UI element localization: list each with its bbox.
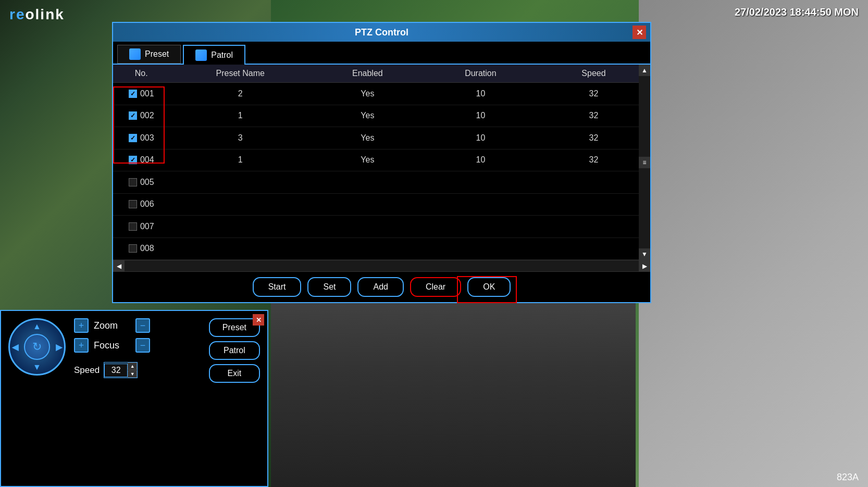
joystick-center[interactable]: ↻ xyxy=(24,334,50,360)
tab-patrol-label: Patrol xyxy=(211,51,233,60)
start-button[interactable]: Start xyxy=(253,277,302,297)
tab-preset-label: Preset xyxy=(145,49,169,59)
col-header-enabled: Enabled xyxy=(311,65,424,83)
row-no-cell: ✓002 xyxy=(113,105,170,127)
row-checkbox-checked[interactable]: ✓ xyxy=(129,156,137,164)
row-checkbox-checked[interactable]: ✓ xyxy=(129,111,137,120)
col-header-no: No. xyxy=(113,65,170,83)
scroll-middle-button[interactable]: ≡ xyxy=(639,157,650,168)
focus-label: Focus xyxy=(94,340,130,351)
scroll-down-button[interactable]: ▼ xyxy=(639,248,650,260)
row-duration: 10 xyxy=(424,127,537,149)
row-enabled xyxy=(311,216,424,238)
row-duration: 10 xyxy=(424,105,537,127)
patrol-tab-icon xyxy=(195,49,207,61)
ptz-widget-close-button[interactable]: ✕ xyxy=(253,314,264,326)
h-scroll-track xyxy=(125,260,639,272)
row-enabled: Yes xyxy=(311,83,424,105)
add-button[interactable]: Add xyxy=(357,277,403,297)
row-checkbox-checked[interactable]: ✓ xyxy=(129,90,137,98)
row-speed xyxy=(537,193,650,216)
row-no-cell: ✓001 xyxy=(113,83,170,105)
osd-channel: 823A xyxy=(837,472,859,483)
exit-button[interactable]: Exit xyxy=(209,364,260,383)
ptz-dialog: PTZ Control ✕ Preset Patrol No. Preset N… xyxy=(112,22,651,303)
row-number: 007 xyxy=(140,222,154,231)
zoom-minus-button[interactable]: − xyxy=(135,318,150,333)
row-duration xyxy=(424,193,537,216)
row-duration: 10 xyxy=(424,149,537,171)
table-row[interactable]: ✓0033Yes1032 xyxy=(113,127,650,149)
row-speed: 32 xyxy=(537,149,650,171)
row-duration: 10 xyxy=(424,83,537,105)
row-preset-name xyxy=(170,171,311,194)
brand-logo: reolink xyxy=(9,6,65,23)
row-speed: 32 xyxy=(537,105,650,127)
speed-row: Speed 32 ▲ ▼ xyxy=(74,362,201,378)
row-preset-name: 1 xyxy=(170,149,311,171)
joystick-down-arrow: ▼ xyxy=(33,363,41,372)
row-enabled xyxy=(311,193,424,216)
row-number: 006 xyxy=(140,199,154,209)
row-checkbox-unchecked[interactable] xyxy=(129,244,137,253)
table-row[interactable]: ✓0021Yes1032 xyxy=(113,105,650,127)
row-preset-name: 2 xyxy=(170,83,311,105)
focus-plus-button[interactable]: + xyxy=(74,338,89,353)
row-enabled: Yes xyxy=(311,127,424,149)
row-checkbox-checked[interactable]: ✓ xyxy=(129,134,137,142)
table-row[interactable]: 006 xyxy=(113,193,650,216)
row-checkbox-unchecked[interactable] xyxy=(129,200,137,208)
tab-preset[interactable]: Preset xyxy=(117,45,181,64)
table-container: No. Preset Name Enabled Duration Speed ✓… xyxy=(113,65,650,260)
table-row[interactable]: 007 xyxy=(113,216,650,238)
joystick-left-arrow: ◀ xyxy=(12,342,18,352)
table-row[interactable]: 008 xyxy=(113,238,650,260)
row-enabled: Yes xyxy=(311,149,424,171)
horizontal-scrollbar[interactable]: ◀ ▶ xyxy=(113,260,650,271)
zoom-plus-button[interactable]: + xyxy=(74,318,89,333)
ptz-widget-main: ▲ ▼ ◀ ▶ ↻ + Zoom − + Focus − Speed xyxy=(8,318,260,383)
set-button[interactable]: Set xyxy=(307,277,351,297)
row-checkbox-unchecked[interactable] xyxy=(129,178,137,186)
ptz-control-widget: ✕ ▲ ▼ ◀ ▶ ↻ + Zoom − + Focus − S xyxy=(0,310,268,487)
ptz-joystick[interactable]: ▲ ▼ ◀ ▶ ↻ xyxy=(8,318,66,376)
scroll-track-2 xyxy=(639,168,650,249)
table-header-row: No. Preset Name Enabled Duration Speed xyxy=(113,65,650,83)
row-preset-name xyxy=(170,193,311,216)
row-preset-name xyxy=(170,238,311,260)
ptz-tabs: Preset Patrol xyxy=(113,42,650,65)
row-speed xyxy=(537,171,650,194)
focus-minus-button[interactable]: − xyxy=(135,338,150,353)
scroll-up-button[interactable]: ▲ xyxy=(639,65,650,76)
row-preset-name: 1 xyxy=(170,105,311,127)
speed-arrows: ▲ ▼ xyxy=(128,363,137,378)
osd-datetime: 27/02/2023 18:44:50 MON xyxy=(735,6,859,18)
table-row[interactable]: ✓0041Yes1032 xyxy=(113,149,650,171)
row-duration xyxy=(424,216,537,238)
row-speed xyxy=(537,238,650,260)
col-header-speed: Speed xyxy=(537,65,650,83)
scroll-right-button[interactable]: ▶ xyxy=(639,260,650,272)
table-row[interactable]: ✓0012Yes1032 xyxy=(113,83,650,105)
patrol-button[interactable]: Patrol xyxy=(209,341,260,360)
speed-down-button[interactable]: ▼ xyxy=(128,370,137,378)
table-row[interactable]: 005 xyxy=(113,171,650,194)
clear-button[interactable]: Clear xyxy=(410,277,461,297)
row-speed xyxy=(537,216,650,238)
tab-patrol[interactable]: Patrol xyxy=(183,45,245,65)
row-checkbox-unchecked[interactable] xyxy=(129,222,137,231)
scroll-left-button[interactable]: ◀ xyxy=(113,260,125,272)
col-header-name: Preset Name xyxy=(170,65,311,83)
patrol-table: No. Preset Name Enabled Duration Speed ✓… xyxy=(113,65,650,260)
row-number: 001 xyxy=(140,89,154,98)
zoom-label: Zoom xyxy=(94,320,130,331)
ok-button[interactable]: OK xyxy=(467,277,511,297)
speed-up-button[interactable]: ▲ xyxy=(128,363,137,370)
ptz-close-button[interactable]: ✕ xyxy=(633,26,646,39)
row-preset-name: 3 xyxy=(170,127,311,149)
vertical-scrollbar[interactable]: ▲ ≡ ▼ xyxy=(639,65,650,260)
focus-row: + Focus − xyxy=(74,338,201,353)
row-number: 008 xyxy=(140,244,154,253)
ptz-content: No. Preset Name Enabled Duration Speed ✓… xyxy=(113,65,650,302)
row-no-cell: ✓004 xyxy=(113,149,170,171)
